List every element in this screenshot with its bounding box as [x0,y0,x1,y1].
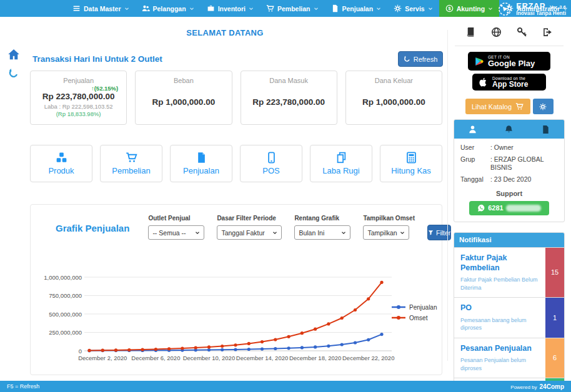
google-play-badge[interactable]: GET IT ONGoogle Play [468,52,550,71]
key-icon[interactable] [517,27,527,37]
shortcut-label: Penjualan [183,166,219,175]
nav-item-inventori[interactable]: Inventori [201,0,260,17]
shortcut-pembelian[interactable]: Pembelian [100,145,162,182]
badge-line2: App Store [492,80,528,89]
notification-faktur-pajak[interactable]: Faktur Pajak PembelianFaktur Pajak Pembe… [454,247,564,298]
stat-card-value: Rp 1,000,000.00 [362,97,425,107]
refresh-button[interactable]: Refresh [398,51,443,67]
nav-label: Pelanggan [153,5,186,12]
notification-pesanan-penjualan[interactable]: Pesanan PenjualanPesanan Penjualan belum… [454,338,564,378]
coin-icon: $ [445,4,454,12]
nav-item-servis[interactable]: Servis [387,0,439,17]
support-phone: 6281 [488,204,503,212]
stat-card-penjualan: Penjualan ↑(52.15%) Rp 223,780,000.00 La… [30,71,127,125]
stat-card-title: Dana Keluar [375,77,413,84]
shortcut-hitung-kas[interactable]: Hitung Kas [380,145,442,182]
stat-card-title: Penjualan [63,77,94,84]
refresh-icon [404,56,410,62]
outlet-penjual-select[interactable]: -- Semua -- [148,225,204,240]
svg-text:December 14, 2020: December 14, 2020 [236,355,288,361]
user-row: User: Owner [460,144,558,152]
footer-hint: F5 = Refresh [7,383,39,390]
nav-item-data-master[interactable]: Data Master [66,0,136,17]
svg-text:1,000,000,000: 1,000,000,000 [44,274,82,281]
svg-text:500,000,000: 500,000,000 [49,311,82,318]
stat-card-laba-pct: (Rp 18,833.98%) [56,110,101,117]
svg-text:Penjualan: Penjualan [409,304,437,311]
chart-title: Grafik Penjualan [56,223,129,233]
notifications-panel: Notifikasi Faktur Pajak PembelianFaktur … [454,232,565,392]
stat-cards-row: Penjualan ↑(52.15%) Rp 223,780,000.00 La… [30,71,442,125]
tampilkan-omset-select[interactable]: Tampilkan [363,225,409,240]
redacted-phone [506,205,541,212]
gear-icon [539,103,547,110]
book-icon[interactable] [465,27,476,37]
brand: ERZAPVer. 3.6 Inovasi Tanpa Henti [498,1,566,16]
nav-item-pembelian[interactable]: Pembelian [260,0,325,17]
stat-card-value: Rp 1,000,000.00 [152,97,216,107]
brand-name: ERZAP [516,1,545,11]
filter-button-label: Filter [436,229,450,237]
footer-bar: F5 = Refresh Powered by24Comp [0,381,571,392]
shortcut-penjualan[interactable]: Penjualan [170,145,232,182]
nav-item-penjualan[interactable]: Penjualan [325,0,388,17]
user-row-label: Tanggal [460,175,490,184]
user-row-label: User [460,144,490,152]
svg-text:250,000,000: 250,000,000 [49,329,82,336]
filter-dasar-periode: Dasar Filter Periode Tanggal Faktur [217,215,282,240]
notification-title: Faktur Pajak Pembelian [460,253,540,273]
filter-label: Tampilkan Omset [363,215,415,222]
person-icon[interactable] [468,125,477,134]
chevron-down-icon [341,230,346,235]
right-sidebar: GET IT ONGoogle Play Download on theApp … [452,17,566,392]
shortcut-laba-rugi[interactable]: Laba Rugi [310,145,372,182]
shortcut-label: Laba Rugi [322,166,359,175]
nav-label: Pembelian [277,5,310,12]
home-icon[interactable] [7,48,20,61]
brand-tagline: Inovasi Tanpa Henti [516,10,566,16]
powered-by: Powered by24Comp [510,383,564,390]
user-row-value: : Owner [490,144,558,152]
vertical-divider [447,30,448,361]
lihat-katalog-button[interactable]: Lihat Katalog [465,99,530,114]
svg-text:December 18, 2020: December 18, 2020 [289,355,341,361]
erzap-logo-icon [498,2,512,16]
stat-card-laba: Laba : Rp 222,598,103.52 [44,103,113,110]
globe-icon[interactable] [491,27,502,37]
file-icon[interactable] [541,125,550,134]
stat-card-dana-keluar: Dana Keluar Rp 1,000,000.00 [345,71,442,125]
chevron-down-icon [272,230,277,235]
chevron-down-icon [488,6,493,11]
filter-label: Outlet Penjual [148,215,204,222]
shortcut-label: Hitung Kas [391,166,431,175]
cubes-icon [56,152,67,164]
notification-subtitle: Pemesanan barang belum diproses [460,316,540,332]
shortcut-produk[interactable]: Produk [30,145,92,182]
notification-po[interactable]: POPemesanan barang belum diproses 1 [454,297,564,337]
chevron-down-icon [314,6,319,11]
app-store-badge[interactable]: Download on theApp Store [472,74,546,91]
brand-version: Ver. 3.6 [550,4,566,10]
notification-title: Pesanan Penjualan [460,343,540,353]
chevron-down-icon [400,230,405,235]
user-row-value: : ERZAP GLOBAL BISNIS [490,155,558,172]
dasar-periode-select[interactable]: Tanggal Faktur [217,225,282,240]
select-value: Tampilkan [367,229,397,237]
katalog-settings-button[interactable] [533,99,554,114]
notifications-header: Notifikasi [454,233,564,247]
logout-icon[interactable] [542,27,553,37]
shortcut-pos[interactable]: POS [240,145,302,182]
nav-item-akunting[interactable]: $Akunting [439,0,500,17]
whatsapp-support-button[interactable]: 6281 [469,201,549,215]
chevron-down-icon [195,230,200,235]
play-store-icon [474,57,484,66]
bell-icon[interactable] [504,125,514,134]
chevron-down-icon [249,6,254,11]
whatsapp-icon [477,204,485,212]
refresh-icon[interactable] [8,68,19,79]
rentang-grafik-select[interactable]: Bulan Ini [294,225,350,240]
nav-label: Servis [405,5,425,12]
briefcase-icon [207,4,215,12]
nav-item-pelanggan[interactable]: Pelanggan [136,0,201,17]
copy-icon [335,152,347,164]
